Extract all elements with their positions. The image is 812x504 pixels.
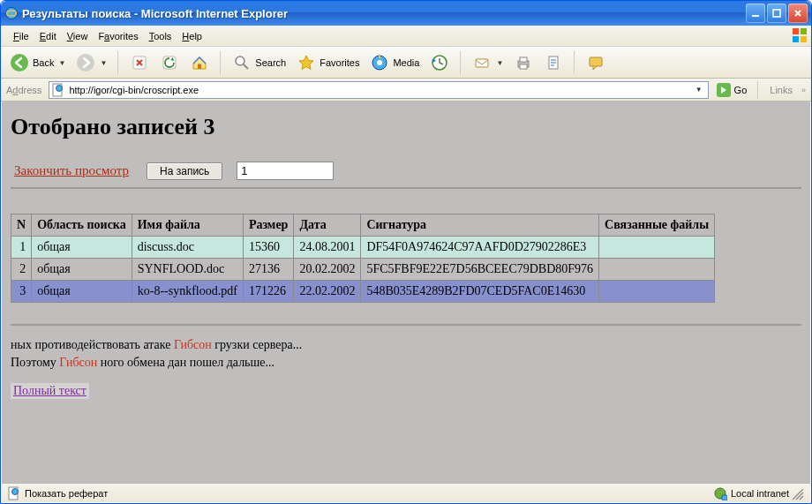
edit-button[interactable]: [540, 51, 567, 74]
menu-file[interactable]: File: [8, 28, 34, 44]
svg-point-14: [377, 60, 382, 65]
windows-logo-icon: [792, 27, 808, 43]
window-titlebar: Результаты поиска - Microsoft Internet E…: [1, 1, 811, 26]
print-button[interactable]: [510, 51, 537, 74]
svg-rect-17: [476, 59, 488, 67]
address-input[interactable]: http://igor/cgi-bin/croscript.exe ▼: [49, 81, 708, 99]
record-number-input[interactable]: [237, 162, 334, 180]
col-file: Имя файла: [132, 214, 243, 237]
menu-view[interactable]: View: [62, 28, 94, 44]
address-label: Address: [6, 85, 41, 95]
full-text-link[interactable]: Полный текст: [11, 383, 89, 399]
finish-view-link[interactable]: Закончить просмотр: [11, 162, 132, 180]
svg-point-12: [236, 56, 244, 65]
highlight-term: Гибсон: [59, 356, 97, 369]
svg-rect-4: [801, 28, 807, 34]
to-record-button[interactable]: На запись: [147, 162, 222, 180]
svg-rect-20: [520, 64, 527, 69]
svg-rect-11: [198, 64, 201, 70]
page-content: Отобрано записей 3 Закончить просмотр На…: [2, 102, 810, 483]
svg-rect-5: [793, 36, 799, 42]
menu-edit[interactable]: Edit: [34, 28, 62, 44]
svg-rect-19: [520, 57, 527, 62]
toolbar-separator: [757, 81, 759, 99]
page-icon: [51, 83, 65, 97]
status-bar: Показать реферат Local intranet: [2, 483, 810, 502]
media-button[interactable]: Media: [366, 51, 423, 74]
address-bar: Address http://igor/cgi-bin/croscript.ex…: [1, 79, 811, 102]
toolbar-separator: [117, 51, 119, 74]
back-label: Back: [33, 57, 54, 68]
col-area: Область поиска: [32, 214, 132, 237]
menu-tools[interactable]: Tools: [144, 28, 177, 44]
toolbar-separator: [460, 51, 462, 74]
svg-point-27: [12, 488, 19, 494]
back-dropdown-icon[interactable]: ▼: [58, 59, 65, 67]
window-title: Результаты поиска - Microsoft Internet E…: [22, 7, 746, 20]
results-table: N Область поиска Имя файла Размер Дата С…: [11, 214, 715, 303]
media-label: Media: [393, 57, 419, 68]
control-row: Закончить просмотр На запись: [11, 162, 801, 189]
home-button[interactable]: [186, 51, 213, 74]
menu-bar: File Edit View Favorites Tools Help: [1, 26, 811, 47]
zone-icon: [713, 486, 727, 500]
window-maximize-button[interactable]: [767, 4, 786, 23]
go-label: Go: [734, 85, 748, 95]
table-row[interactable]: 3 общая ko-8--synkflood.pdf 171226 22.02…: [11, 281, 715, 303]
svg-point-8: [77, 54, 94, 71]
menu-help[interactable]: Help: [177, 28, 207, 44]
window-minimize-button[interactable]: [746, 4, 765, 23]
table-row[interactable]: 1 общая discuss.doc 15360 24.08.2001 DF5…: [11, 237, 715, 259]
menu-favorites[interactable]: Favorites: [93, 28, 143, 44]
page-heading: Отобрано записей 3: [11, 114, 801, 140]
history-button[interactable]: [426, 51, 453, 74]
stop-button[interactable]: [126, 51, 153, 74]
result-snippet: ных противодействовать атаке Гибсон груз…: [11, 336, 801, 371]
col-n: N: [11, 214, 32, 237]
back-button[interactable]: Back ▼: [6, 51, 69, 74]
discuss-button[interactable]: [583, 51, 609, 74]
address-dropdown-icon[interactable]: ▼: [692, 86, 706, 94]
mail-dropdown-icon[interactable]: ▼: [496, 59, 503, 67]
search-button[interactable]: Search: [229, 51, 289, 74]
page-icon: [7, 486, 21, 500]
status-text-left: Показать реферат: [25, 488, 108, 499]
favorites-button[interactable]: Favorites: [293, 51, 363, 74]
links-expand-icon[interactable]: »: [800, 86, 806, 94]
svg-rect-22: [590, 57, 602, 66]
favorites-label: Favorites: [320, 57, 359, 68]
status-left: Показать реферат: [7, 486, 108, 500]
svg-rect-15: [379, 56, 380, 58]
address-url: http://igor/cgi-bin/croscript.exe: [69, 85, 691, 95]
svg-rect-1: [752, 15, 759, 17]
separator: [11, 324, 801, 326]
links-label[interactable]: Links: [766, 85, 796, 95]
window-close-button[interactable]: [788, 4, 808, 23]
mail-button[interactable]: ▼: [469, 51, 507, 74]
svg-point-0: [6, 8, 18, 19]
svg-point-7: [11, 54, 28, 71]
svg-rect-6: [801, 36, 807, 42]
col-date: Дата: [294, 214, 361, 237]
table-row[interactable]: 2 общая SYNFLOOD.doc 27136 20.02.2002 5F…: [11, 259, 715, 281]
toolbar: Back ▼ ▼ Search Favorites Media ▼: [1, 47, 811, 79]
col-size: Размер: [243, 214, 294, 237]
forward-dropdown-icon[interactable]: ▼: [100, 59, 107, 67]
svg-point-24: [56, 85, 63, 91]
search-label: Search: [255, 57, 286, 68]
resize-grip-icon[interactable]: [789, 485, 805, 501]
col-sig: Сигнатура: [361, 214, 599, 237]
toolbar-separator: [574, 51, 575, 74]
status-text-right: Local intranet: [731, 488, 789, 499]
toolbar-separator: [220, 51, 222, 74]
ie-app-icon: [4, 6, 19, 20]
status-right: Local intranet: [713, 486, 789, 500]
svg-rect-29: [722, 495, 727, 500]
svg-rect-2: [773, 10, 780, 17]
svg-rect-3: [793, 28, 799, 34]
forward-button[interactable]: ▼: [72, 51, 110, 74]
highlight-term: Гибсон: [174, 338, 212, 351]
refresh-button[interactable]: [156, 51, 183, 74]
go-button[interactable]: Go: [712, 82, 751, 98]
col-linked: Связанные файлы: [599, 214, 715, 237]
